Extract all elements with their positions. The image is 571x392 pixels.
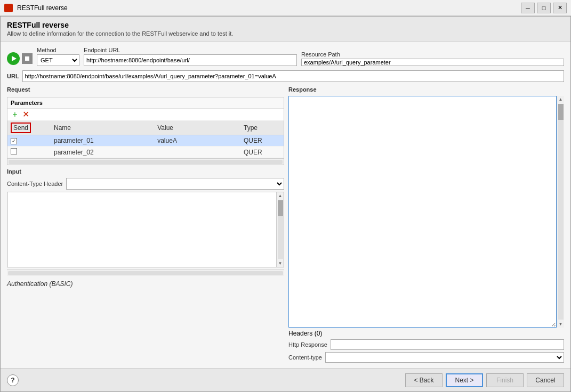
http-response-label: Http Response xyxy=(288,341,327,348)
input-section-title: Input xyxy=(7,168,284,175)
help-button[interactable]: ? xyxy=(7,374,19,386)
headers-label: Headers (0) xyxy=(288,330,322,337)
close-button[interactable]: ✕ xyxy=(553,3,567,13)
content-type-response-row: Content-type application/json applicatio… xyxy=(288,352,564,363)
endpoint-field-group: Endpoint URL xyxy=(84,47,297,66)
type-col-header: Type xyxy=(240,121,284,135)
title-bar: RESTFull reverse ─ □ ✕ xyxy=(0,0,571,16)
request-section-title: Request xyxy=(7,86,284,93)
resource-label: Resource Path xyxy=(301,51,564,58)
endpoint-label: Endpoint URL xyxy=(84,47,297,53)
title-bar-controls: ─ □ ✕ xyxy=(521,3,567,13)
next-button[interactable]: Next > xyxy=(446,373,483,387)
resource-input[interactable] xyxy=(301,59,564,66)
response-vscroll[interactable]: ▲ ▼ xyxy=(557,96,564,328)
method-select[interactable]: GET POST PUT DELETE xyxy=(37,54,79,66)
minimize-button[interactable]: ─ xyxy=(521,3,535,13)
table-row[interactable]: parameter_01valueAQUER xyxy=(7,135,284,146)
param-type: QUER xyxy=(240,146,284,158)
resource-field-group: Resource Path xyxy=(301,51,564,66)
send-border-box: Send xyxy=(11,123,31,133)
content-type-response-label: Content-type xyxy=(288,354,322,361)
back-button[interactable]: < Back xyxy=(405,373,443,387)
request-panel: Request Parameters + ✕ xyxy=(7,86,284,363)
params-toolbar: + ✕ xyxy=(7,109,284,121)
dialog: RESTFull reverse Allow to define informa… xyxy=(0,16,571,392)
table-row[interactable]: parameter_02QUER xyxy=(7,146,284,158)
content-type-row: Content-Type Header application/json app… xyxy=(7,178,284,190)
response-section-title: Response xyxy=(288,86,564,93)
auth-label: Authentication (BASIC) xyxy=(7,280,73,288)
url-label: URL xyxy=(7,73,19,79)
response-vscroll-down[interactable]: ▼ xyxy=(558,321,564,328)
dialog-title: RESTFull reverse xyxy=(7,21,564,29)
method-label: Method xyxy=(37,47,79,53)
input-hscrollbar[interactable] xyxy=(7,270,284,276)
name-col-header: Name xyxy=(51,121,154,135)
params-table-inner: Send Name Value Type parame xyxy=(7,121,284,158)
dialog-footer: ? < Back Next > Finish Cancel xyxy=(1,368,570,391)
params-header-row: Send Name Value Type xyxy=(7,121,284,135)
params-table-wrap: Send Name Value Type parame xyxy=(7,121,284,158)
response-textarea[interactable] xyxy=(288,96,557,328)
url-input[interactable] xyxy=(22,70,564,82)
value-col-header: Value xyxy=(154,121,240,135)
app-logo xyxy=(4,4,13,12)
hscroll-track xyxy=(9,160,283,164)
param-value xyxy=(154,146,240,158)
finish-button[interactable]: Finish xyxy=(486,373,524,387)
content-type-label: Content-Type Header xyxy=(7,181,63,187)
play-stop-group xyxy=(7,52,33,66)
send-checkbox[interactable] xyxy=(11,148,17,154)
connection-row: Method GET POST PUT DELETE Endpoint URL … xyxy=(7,47,564,66)
parameters-section: Parameters + ✕ xyxy=(7,97,284,165)
params-hscrollbar[interactable] xyxy=(7,158,284,165)
headers-row: Headers (0) xyxy=(288,330,564,337)
vscroll-thumb xyxy=(278,200,283,216)
cancel-button[interactable]: Cancel xyxy=(527,373,564,387)
dialog-header: RESTFull reverse Allow to define informa… xyxy=(1,17,570,42)
response-vscroll-track xyxy=(558,104,564,320)
play-button[interactable] xyxy=(7,52,20,65)
dialog-body: Method GET POST PUT DELETE Endpoint URL … xyxy=(1,42,570,368)
main-panels: Request Parameters + ✕ xyxy=(7,86,564,363)
footer-right: < Back Next > Finish Cancel xyxy=(405,373,564,387)
response-vscroll-up[interactable]: ▲ xyxy=(558,96,564,103)
response-panel: Response ▲ ▼ Headers (0) xyxy=(288,86,564,363)
stop-button[interactable] xyxy=(22,53,33,64)
title-bar-text: RESTFull reverse xyxy=(17,4,521,12)
param-value: valueA xyxy=(154,135,240,146)
input-body-vscroll[interactable]: ▲ ▼ xyxy=(276,192,284,267)
params-table-body: parameter_01valueAQUERparameter_02QUER xyxy=(7,135,284,158)
vscroll-up[interactable]: ▲ xyxy=(277,192,284,199)
response-vscroll-thumb xyxy=(558,104,564,120)
add-param-button[interactable]: + xyxy=(11,110,19,119)
send-col-header: Send xyxy=(7,121,51,135)
endpoint-input[interactable] xyxy=(84,54,297,66)
response-wrap: ▲ ▼ xyxy=(288,96,564,328)
parameters-header: Parameters xyxy=(7,97,284,109)
param-name: parameter_02 xyxy=(51,146,154,158)
vscroll-down[interactable]: ▼ xyxy=(277,260,284,267)
url-row: URL xyxy=(7,70,564,82)
content-type-select[interactable]: application/json application/xml text/pl… xyxy=(66,178,284,190)
dialog-subtitle: Allow to define information for the conn… xyxy=(7,30,564,37)
footer-left: ? xyxy=(7,374,19,386)
input-body-textarea[interactable] xyxy=(7,192,276,267)
auth-section: Authentication (BASIC) xyxy=(7,279,284,289)
remove-param-button[interactable]: ✕ xyxy=(21,110,30,119)
response-bottom: Headers (0) Http Response Content-type a… xyxy=(288,330,564,363)
http-response-row: Http Response xyxy=(288,339,564,350)
vscroll-track xyxy=(278,200,283,259)
http-response-input[interactable] xyxy=(331,339,564,350)
param-name: parameter_01 xyxy=(51,135,154,146)
input-section: Input Content-Type Header application/js… xyxy=(7,168,284,276)
content-type-response-select[interactable]: application/json application/xml xyxy=(325,352,564,363)
send-checkbox[interactable] xyxy=(11,138,17,144)
params-table: Send Name Value Type parame xyxy=(7,121,284,158)
maximize-button[interactable]: □ xyxy=(537,3,551,13)
input-body-container: ▲ ▼ xyxy=(7,192,284,267)
param-type: QUER xyxy=(240,135,284,146)
method-field-group: Method GET POST PUT DELETE xyxy=(37,47,79,66)
